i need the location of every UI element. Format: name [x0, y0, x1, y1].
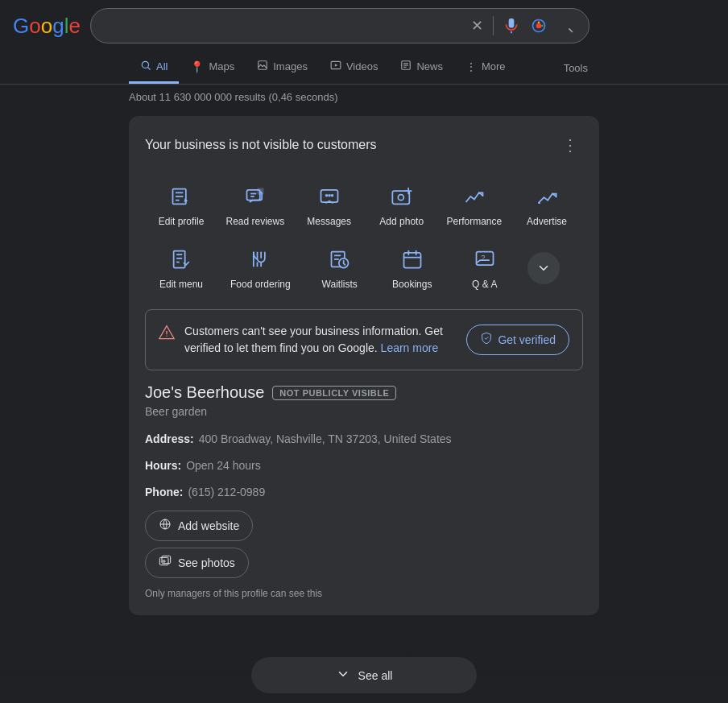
images-icon: [257, 60, 268, 73]
videos-icon: [330, 60, 341, 73]
visibility-badge: NOT PUBLICLY VISIBLE: [272, 386, 396, 400]
hours-row: Hours: Open 24 hours: [145, 457, 583, 474]
phone-row: Phone: (615) 212-0989: [145, 484, 583, 501]
action-messages[interactable]: Messages: [293, 174, 366, 237]
google-logo[interactable]: Google: [13, 14, 81, 39]
action-performance[interactable]: Performance: [438, 174, 511, 237]
svg-point-44: [166, 336, 167, 337]
warning-banner: Customers can't see your business inform…: [145, 309, 583, 370]
main-content: Your business is not visible to customer…: [0, 106, 728, 638]
svg-point-1: [536, 23, 542, 29]
svg-text:+: +: [259, 190, 263, 195]
warning-left: Customers can't see your business inform…: [159, 323, 457, 357]
hours-value: Open 24 hours: [186, 457, 261, 474]
svg-rect-37: [403, 253, 420, 268]
business-name-row: Joe's Beerhouse NOT PUBLICLY VISIBLE: [145, 383, 583, 402]
bottom-actions: Add website See photos: [145, 511, 583, 578]
microphone-icon[interactable]: [502, 16, 521, 35]
tab-news[interactable]: News: [389, 52, 454, 84]
svg-point-26: [398, 195, 403, 201]
warning-text: Customers can't see your business inform…: [184, 325, 443, 354]
business-info: Joe's Beerhouse NOT PUBLICLY VISIBLE Bee…: [145, 370, 583, 599]
tools-button[interactable]: Tools: [552, 54, 599, 82]
google-lens-icon[interactable]: [529, 16, 548, 35]
food-ordering-icon: [247, 246, 273, 272]
messages-icon: [316, 184, 342, 209]
svg-point-3: [541, 25, 544, 27]
clear-button[interactable]: ✕: [469, 15, 485, 36]
edit-menu-icon: [168, 246, 194, 272]
performance-icon: [461, 184, 487, 209]
action-advertise[interactable]: Advertise: [511, 174, 583, 237]
warning-content: Customers can't see your business inform…: [184, 323, 457, 357]
search-input[interactable]: my business: [104, 19, 463, 33]
tab-images[interactable]: Images: [246, 52, 319, 84]
photos-icon: [159, 555, 172, 571]
more-icon: ⋮: [465, 60, 477, 73]
see-all-bar: See all: [0, 647, 728, 703]
action-bookings[interactable]: Bookings: [376, 237, 449, 300]
svg-text:?: ?: [481, 254, 485, 262]
shield-icon: [480, 332, 493, 348]
results-count: About 11 630 000 000 results (0,46 secon…: [0, 85, 728, 106]
get-verified-button[interactable]: Get verified: [466, 325, 569, 355]
action-add-photo[interactable]: Add photo: [366, 174, 438, 237]
read-reviews-icon: +: [242, 184, 268, 209]
learn-more-link[interactable]: Learn more: [381, 341, 439, 354]
address-row: Address: 400 Broadway, Nashville, TN 372…: [145, 431, 583, 448]
search-submit-icon[interactable]: [556, 16, 576, 35]
svg-point-23: [328, 194, 331, 197]
svg-rect-27: [174, 251, 185, 268]
advertise-icon: [534, 184, 560, 209]
qa-icon: ?: [472, 246, 498, 272]
expand-button[interactable]: [527, 252, 560, 284]
bookings-icon: [399, 246, 425, 272]
news-icon: [400, 60, 412, 73]
tab-videos[interactable]: Videos: [319, 52, 390, 84]
phone-label: Phone:: [145, 484, 183, 501]
action-qa[interactable]: ? Q & A: [449, 237, 521, 300]
add-website-button[interactable]: Add website: [145, 511, 253, 541]
tab-more[interactable]: ⋮ More: [454, 52, 517, 84]
business-panel: Your business is not visible to customer…: [129, 116, 599, 615]
action-row-2: Edit menu Food ordering: [145, 237, 583, 300]
action-waitlists[interactable]: Waitlists: [304, 237, 376, 300]
address-value: 400 Broadway, Nashville, TN 37203, Unite…: [199, 431, 452, 448]
tab-maps[interactable]: 📍 Maps: [179, 52, 246, 84]
managers-note: Only managers of this profile can see th…: [145, 588, 583, 599]
action-row-1: Edit profile + Read reviews: [145, 174, 583, 237]
see-photos-button[interactable]: See photos: [145, 548, 249, 578]
svg-point-22: [325, 194, 328, 197]
more-options-button[interactable]: ⋮: [557, 132, 583, 158]
address-label: Address:: [145, 431, 194, 448]
phone-value: (615) 212-0989: [188, 484, 265, 501]
tab-all[interactable]: All: [129, 52, 179, 84]
svg-point-49: [163, 560, 165, 563]
svg-marker-7: [335, 64, 338, 67]
svg-rect-25: [392, 191, 409, 204]
edit-profile-icon: [168, 184, 194, 209]
hours-label: Hours:: [145, 457, 181, 474]
warning-icon: [159, 325, 175, 345]
panel-title: Your business is not visible to customer…: [145, 138, 377, 152]
add-photo-icon: [389, 184, 415, 209]
business-name: Joe's Beerhouse: [145, 383, 264, 402]
waitlists-icon: [327, 246, 353, 272]
chevron-down-icon: [336, 667, 350, 684]
business-category: Beer garden: [145, 405, 583, 418]
see-all-button[interactable]: See all: [251, 657, 477, 693]
svg-point-24: [330, 194, 333, 197]
nav-tabs: All 📍 Maps Images Videos: [0, 52, 728, 85]
divider: [493, 16, 494, 35]
panel-header: Your business is not visible to customer…: [145, 132, 583, 158]
globe-icon: [159, 518, 172, 534]
action-read-reviews[interactable]: + Read reviews: [217, 174, 293, 237]
action-food-ordering[interactable]: Food ordering: [217, 237, 304, 300]
svg-point-2: [538, 22, 540, 24]
search-bar: my business ✕: [90, 8, 589, 43]
svg-rect-47: [159, 557, 168, 564]
action-edit-profile[interactable]: Edit profile: [145, 174, 217, 237]
search-icon: [140, 60, 151, 73]
nav-tools: Tools: [552, 54, 599, 82]
action-edit-menu[interactable]: Edit menu: [145, 237, 217, 300]
